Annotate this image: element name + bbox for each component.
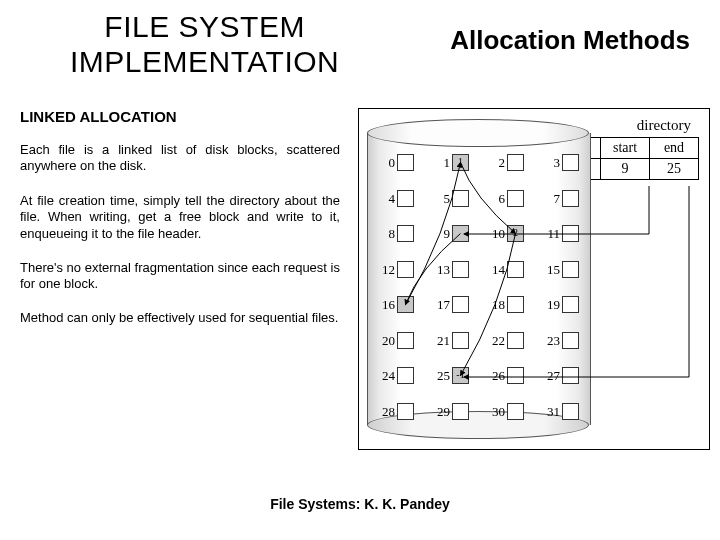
block-cell: 14	[477, 258, 532, 280]
block-box	[507, 367, 524, 384]
block-number: 7	[532, 191, 560, 207]
dir-header-end: end	[650, 138, 699, 159]
block-box	[397, 403, 414, 420]
block-cell: 8	[367, 222, 422, 244]
block-cell: 26	[477, 364, 532, 386]
block-row: 20212223	[367, 329, 589, 351]
block-cell: 4	[367, 187, 422, 209]
block-number: 6	[477, 191, 505, 207]
block-box	[562, 367, 579, 384]
block-box	[397, 296, 414, 313]
block-box	[507, 190, 524, 207]
block-box	[397, 332, 414, 349]
block-number: 19	[532, 297, 560, 313]
block-box	[397, 190, 414, 207]
block-box	[562, 261, 579, 278]
block-cell: 18	[477, 293, 532, 315]
block-box	[562, 296, 579, 313]
block-row: 28293031	[367, 400, 589, 422]
block-number: 27	[532, 368, 560, 384]
block-cell: 11	[422, 151, 477, 173]
block-box	[507, 261, 524, 278]
block-cell: 27	[532, 364, 587, 386]
block-number: 3	[532, 155, 560, 171]
block-value: 2	[509, 227, 522, 238]
block-cell: 28	[367, 400, 422, 422]
page-title-left: FILE SYSTEM IMPLEMENTATION	[70, 10, 339, 79]
block-row: 4567	[367, 187, 589, 209]
block-number: 0	[367, 155, 395, 171]
paragraph-1: Each file is a linked list of disk block…	[20, 142, 340, 175]
block-number: 31	[532, 404, 560, 420]
block-cell: 31	[532, 400, 587, 422]
block-box	[507, 154, 524, 171]
block-number: 23	[532, 333, 560, 349]
block-row: 01123	[367, 151, 589, 173]
page-footer: File Systems: K. K. Pandey	[0, 496, 720, 512]
block-number: 16	[367, 297, 395, 313]
block-cell: 21	[422, 329, 477, 351]
block-number: 17	[422, 297, 450, 313]
block-cell: 19	[532, 293, 587, 315]
block-number: 15	[532, 262, 560, 278]
block-box	[397, 225, 414, 242]
block-box	[452, 403, 469, 420]
dir-end: 25	[650, 159, 699, 180]
block-cell: 29	[422, 400, 477, 422]
block-number: 14	[477, 262, 505, 278]
block-box	[562, 154, 579, 171]
block-number: 2	[477, 155, 505, 171]
block-number: 18	[477, 297, 505, 313]
block-cell: 30	[477, 400, 532, 422]
block-number: 25	[422, 368, 450, 384]
block-cell: 17	[422, 293, 477, 315]
block-number: 20	[367, 333, 395, 349]
block-number: 13	[422, 262, 450, 278]
block-cell: 6	[477, 187, 532, 209]
block-cell: 2	[477, 151, 532, 173]
block-box	[562, 403, 579, 420]
block-cell: 13	[422, 258, 477, 280]
block-row: 8910211	[367, 222, 589, 244]
block-cell: 9	[422, 222, 477, 244]
block-cell: 0	[367, 151, 422, 173]
block-number: 22	[477, 333, 505, 349]
block-cell: 16	[367, 293, 422, 315]
block-number: 30	[477, 404, 505, 420]
block-box	[562, 190, 579, 207]
block-cell: 25-1	[422, 364, 477, 386]
block-cell: 11	[532, 222, 587, 244]
paragraph-4: Method can only be effectively used for …	[20, 310, 340, 326]
block-box	[452, 261, 469, 278]
block-box	[397, 367, 414, 384]
block-number: 10	[477, 226, 505, 242]
cylinder-top	[367, 119, 589, 147]
dir-header-start: start	[601, 138, 650, 159]
block-row: 16171819	[367, 293, 589, 315]
linked-allocation-diagram: directory file start end jeep 9 25 01123…	[358, 108, 710, 450]
directory-label: directory	[637, 117, 691, 134]
block-box	[507, 296, 524, 313]
block-cell: 3	[532, 151, 587, 173]
block-number: 28	[367, 404, 395, 420]
block-value: -1	[454, 369, 467, 380]
block-number: 5	[422, 191, 450, 207]
block-number: 29	[422, 404, 450, 420]
block-cell: 20	[367, 329, 422, 351]
block-cell: 23	[532, 329, 587, 351]
paragraph-2: At file creation time, simply tell the d…	[20, 193, 340, 242]
block-box	[452, 296, 469, 313]
paragraph-3: There's no external fragmentation since …	[20, 260, 340, 293]
dir-start: 9	[601, 159, 650, 180]
page-title-right: Allocation Methods	[450, 25, 690, 56]
block-number: 11	[532, 226, 560, 242]
block-number: 9	[422, 226, 450, 242]
disk-cylinder: 0112345678910211121314151617181920212223…	[367, 119, 589, 439]
block-box	[507, 332, 524, 349]
block-box	[397, 261, 414, 278]
block-number: 8	[367, 226, 395, 242]
section-heading: LINKED ALLOCATION	[20, 108, 177, 125]
block-number: 12	[367, 262, 395, 278]
block-cell: 12	[367, 258, 422, 280]
block-row: 2425-12627	[367, 364, 589, 386]
